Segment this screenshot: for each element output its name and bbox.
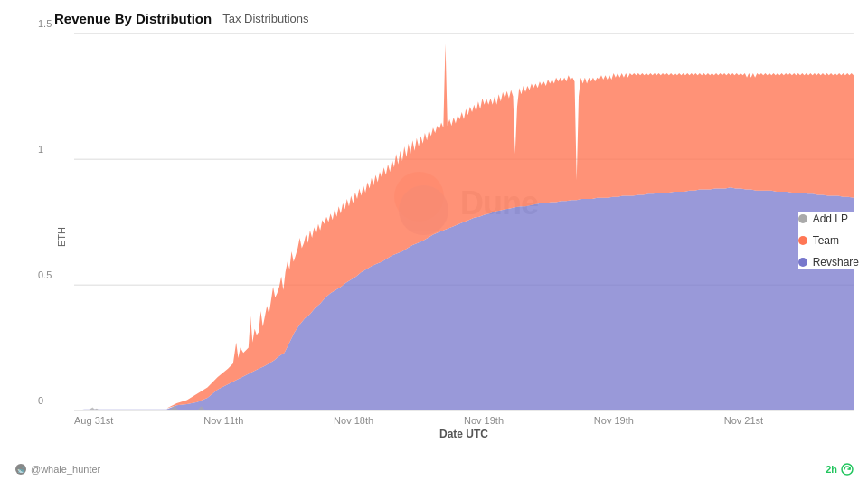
x-label-nov19a: Nov 19th [464,415,504,426]
chart-subtitle: Tax Distributions [222,12,308,25]
grid-label-15: 1.5 [38,18,52,29]
x-axis-title: Date UTC [74,428,854,440]
footer-right: 2h [826,463,854,476]
chart-header: Revenue By Distribution Tax Distribution… [54,11,854,26]
whale-icon: 🐋 [14,463,27,476]
x-label-aug31: Aug 31st [74,415,113,426]
chart-plot: 1.5 1 0.5 0 Dune [74,33,854,411]
grid-label-0: 0 [38,395,43,406]
legend-dot-addlp [798,214,807,223]
chart-footer: 🐋 @whale_hunter 2h [14,463,854,476]
legend-label-addlp: Add LP [813,212,848,225]
y-axis-label: ETH [54,33,69,440]
refresh-icon [841,463,854,476]
grid-label-1: 1 [38,144,43,155]
x-label-nov11: Nov 11th [203,415,243,426]
legend-label-revshare: Revshare [813,256,859,269]
chart-svg [74,33,854,410]
x-axis: Aug 31st Nov 11th Nov 18th Nov 19th Nov … [74,411,854,426]
chart-inner: 1.5 1 0.5 0 Dune [74,33,854,440]
chart-title: Revenue By Distribution [54,11,212,26]
x-label-nov18: Nov 18th [334,415,373,426]
svg-point-7 [842,464,853,475]
legend-item-addlp: Add LP [798,212,859,225]
legend-dot-team [798,236,807,245]
grid-label-05: 0.5 [38,269,52,280]
legend-label-team: Team [813,234,839,247]
chart-area: ETH 1.5 1 0.5 0 [54,33,854,440]
legend-dot-revshare [798,258,807,267]
footer-refresh: 2h [826,464,837,475]
x-label-nov21: Nov 21st [724,415,763,426]
chart-container: Revenue By Distribution Tax Distribution… [0,0,868,481]
footer-handle: @whale_hunter [31,464,100,475]
legend-item-revshare: Revshare [798,256,859,269]
footer-left: 🐋 @whale_hunter [14,463,100,476]
legend-item-team: Team [798,234,859,247]
svg-text:🐋: 🐋 [17,466,25,474]
chart-legend: Add LP Team Revshare [798,212,859,269]
x-label-nov19b: Nov 19th [594,415,634,426]
